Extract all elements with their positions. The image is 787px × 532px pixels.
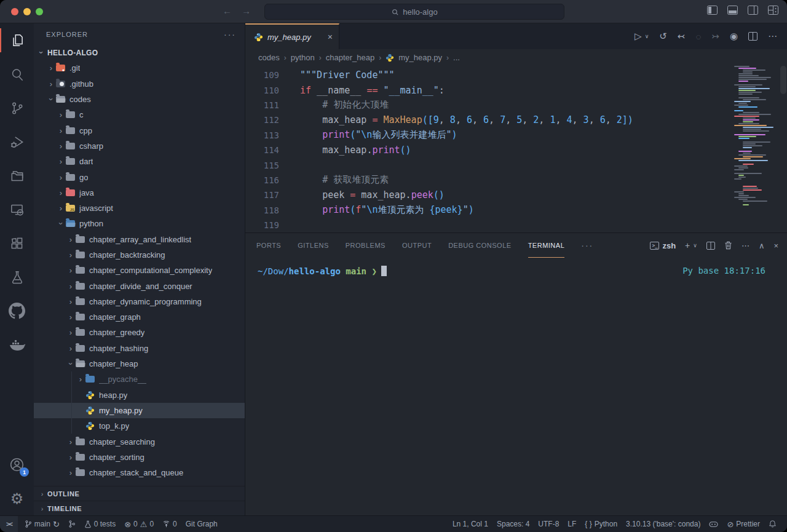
code-line-109[interactable]: 109"""Driver Code""" — [245, 68, 732, 82]
breadcrumb-item[interactable]: codes — [258, 53, 280, 62]
code-line-119[interactable]: 119 — [245, 218, 732, 232]
code-line-115[interactable]: 115 — [245, 157, 732, 172]
tree-item-chapter-hashing[interactable]: ›chapter_hashing — [34, 341, 245, 356]
tree-item-chapter-sorting[interactable]: ›chapter_sorting — [34, 450, 245, 465]
search-view-icon[interactable] — [0, 57, 34, 91]
run-debug-icon[interactable] — [0, 125, 34, 159]
encoding[interactable]: UTF-8 — [534, 520, 563, 528]
problems-status[interactable]: ⊗0 ⚠0 — [120, 516, 158, 532]
panel-more-actions-icon[interactable]: ⋯ — [742, 241, 749, 250]
tree-item-codes[interactable]: ›codes — [34, 92, 245, 107]
code-editor[interactable]: 109"""Driver Code"""110if __name__ == "_… — [245, 66, 787, 232]
code-line-113[interactable]: 113 print("\n输入列表并建堆后") — [245, 128, 732, 143]
tree-item-chapter-array-and-linkedlist[interactable]: ›chapter_array_and_linkedlist — [34, 232, 245, 247]
panel-tab-output[interactable]: OUTPUT — [402, 233, 432, 258]
outline-section[interactable]: ›OUTLINE — [34, 486, 245, 501]
tree-item-chapter-greedy[interactable]: ›chapter_greedy — [34, 325, 245, 340]
kill-terminal-trash-icon[interactable] — [724, 241, 732, 250]
editor-more-actions-icon[interactable]: ⋯ — [768, 31, 777, 42]
docker-icon[interactable] — [0, 328, 34, 362]
tree-item-python[interactable]: ›python — [34, 216, 245, 231]
remote-indicator[interactable]: >< — [0, 516, 18, 532]
tree-item--github[interactable]: ›.github — [34, 76, 245, 92]
panel-tab-gitlens[interactable]: GITLENS — [298, 233, 329, 258]
python-interpreter[interactable]: 3.10.13 ('base': conda) — [622, 520, 705, 528]
code-line-111[interactable]: 111 # 初始化大顶堆 — [245, 98, 732, 113]
remote-explorer-icon[interactable] — [0, 193, 34, 226]
breadcrumb-item[interactable]: chapter_heap — [326, 53, 375, 62]
tree-item--pycache-[interactable]: ›__pycache__ — [34, 371, 245, 387]
eol-sequence[interactable]: LF — [563, 520, 580, 528]
close-window-button[interactable] — [11, 8, 18, 15]
go-forward-icon[interactable]: ↣ — [711, 31, 719, 42]
terminal-content[interactable]: ~/Dow/hello-algo main ❯ Py base 18:17:16 — [245, 258, 787, 515]
tree-item-chapter-searching[interactable]: ›chapter_searching — [34, 434, 245, 449]
run-python-file-icon[interactable]: ▷ — [635, 31, 642, 42]
minimap[interactable] — [734, 66, 778, 206]
notifications-button[interactable] — [764, 520, 781, 528]
tree-item-chapter-divide-and-conquer[interactable]: ›chapter_divide_and_conquer — [34, 278, 245, 293]
tree-item-chapter-heap[interactable]: ›chapter_heap — [34, 356, 245, 371]
extensions-icon[interactable] — [0, 226, 34, 260]
command-center-search[interactable]: hello-algo — [264, 4, 564, 20]
tree-item-java[interactable]: ›java — [34, 185, 245, 200]
code-line-112[interactable]: 112 max_heap = MaxHeap([9, 8, 6, 6, 7, 5… — [245, 113, 732, 127]
timeline-section[interactable]: ›TIMELINE — [34, 501, 245, 515]
explorer-more-actions-icon[interactable]: ··· — [224, 30, 236, 39]
editor-scrollbar[interactable] — [778, 66, 787, 232]
timeline-history-icon[interactable]: ↺ — [659, 31, 667, 42]
copilot-status[interactable] — [705, 520, 722, 528]
tree-item-top-k-py[interactable]: ›top_k.py — [34, 418, 245, 434]
code-line-110[interactable]: 110if __name__ == "__main__": — [245, 82, 732, 97]
tree-item-javascript[interactable]: ›javascript — [34, 200, 245, 216]
tree-item-chapter-computational-complexity[interactable]: ›chapter_computational_complexity — [34, 263, 245, 278]
settings-gear-icon[interactable]: ⚙ — [0, 482, 34, 515]
panel-tab-problems[interactable]: PROBLEMS — [346, 233, 386, 258]
close-panel-icon[interactable]: × — [773, 241, 778, 250]
code-line-118[interactable]: 118 print(f"\n堆顶元素为 {peek}") — [245, 203, 732, 218]
customize-layout-icon[interactable] — [768, 6, 778, 15]
branch-status[interactable]: main ↻ — [20, 516, 64, 532]
tree-item-chapter-graph[interactable]: ›chapter_graph — [34, 309, 245, 325]
git-graph-branch-button[interactable] — [64, 516, 80, 532]
panel-tabs-more-icon[interactable]: ··· — [581, 240, 593, 250]
run-dropdown-icon[interactable]: ∨ — [645, 33, 649, 39]
tree-item-chapter-dynamic-programming[interactable]: ›chapter_dynamic_programming — [34, 294, 245, 309]
github-icon[interactable] — [0, 294, 34, 328]
panel-tab-ports[interactable]: PORTS — [256, 233, 281, 258]
explorer-icon[interactable] — [0, 23, 34, 57]
tab-my-heap[interactable]: my_heap.py × — [245, 23, 339, 49]
language-mode[interactable]: { } Python — [580, 520, 622, 528]
tree-item-go[interactable]: ›go — [34, 169, 245, 185]
split-terminal-icon[interactable] — [706, 242, 715, 250]
tree-item-heap-py[interactable]: ›heap.py — [34, 387, 245, 403]
maximize-panel-icon[interactable]: ∧ — [759, 241, 765, 250]
code-line-117[interactable]: 117 peek = max_heap.peek() — [245, 188, 732, 202]
source-control-icon[interactable] — [0, 91, 34, 125]
indentation[interactable]: Spaces: 4 — [492, 520, 534, 528]
breadcrumb-item[interactable]: ... — [453, 53, 460, 62]
tree-item-c[interactable]: ›c — [34, 107, 245, 122]
tree-item-dart[interactable]: ›dart — [34, 154, 245, 169]
navigate-back-icon[interactable]: ← — [223, 6, 232, 16]
toggle-panel-icon[interactable] — [727, 6, 738, 15]
minimize-window-button[interactable] — [23, 8, 31, 15]
tests-status[interactable]: 0 tests — [80, 516, 120, 532]
tree-item--git[interactable]: ›.git — [34, 60, 245, 76]
run-or-debug-icon[interactable]: ◉ — [730, 31, 738, 42]
testing-icon[interactable] — [0, 260, 34, 294]
code-line-114[interactable]: 114 max_heap.print() — [245, 143, 732, 157]
cursor-position[interactable]: Ln 1, Col 1 — [448, 520, 492, 528]
panel-tab-terminal[interactable]: TERMINAL — [528, 233, 565, 258]
tree-item-cpp[interactable]: ›cpp — [34, 122, 245, 138]
breadcrumb-item[interactable]: my_heap.py — [398, 53, 442, 62]
git-graph-button[interactable]: Git Graph — [181, 516, 222, 532]
tab-close-icon[interactable]: × — [328, 32, 333, 42]
panel-tab-debug-console[interactable]: DEBUG CONSOLE — [448, 233, 511, 258]
split-editor-icon[interactable] — [748, 32, 757, 41]
terminal-dropdown-icon[interactable]: ∨ — [693, 242, 697, 248]
toggle-primary-sidebar-icon[interactable] — [707, 6, 718, 15]
accounts-icon[interactable]: 1 — [0, 448, 34, 482]
tree-item-csharp[interactable]: ›csharp — [34, 138, 245, 154]
tree-item-chapter-stack-and-queue[interactable]: ›chapter_stack_and_queue — [34, 465, 245, 480]
